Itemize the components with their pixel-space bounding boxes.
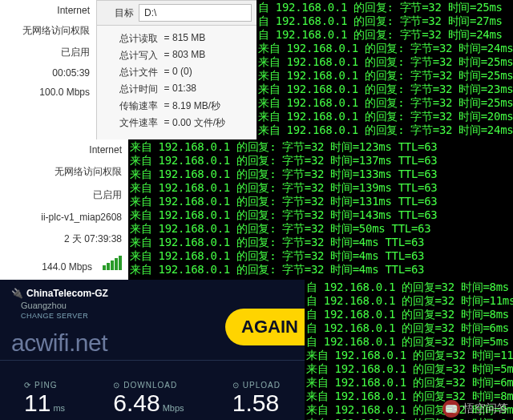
ping-value: 11 — [24, 390, 50, 416]
network-duration: 00:05:39 — [0, 67, 90, 79]
wifi-enabled: 已启用 — [0, 188, 122, 202]
section-3: 🔌ChinaTelecom-GZ Guangzhou CHANGE SERVER… — [0, 280, 513, 420]
xfer-rate-label: 传输速率 — [97, 99, 161, 113]
wifi-device: ii-plc-v1_miap2608 — [0, 212, 122, 223]
wukong-watermark: 悟空问答 — [442, 400, 508, 418]
network-enabled: 已启用 — [0, 46, 90, 59]
ping-terminal-3[interactable]: 自 192.168.0.1 的回复=32 时间=8ms自 192.168.0.1… — [305, 280, 513, 420]
upload-value: 1.58 — [232, 390, 279, 416]
total-time-label: 总计时间 — [97, 83, 161, 96]
total-write-label: 总计写入 — [97, 49, 161, 63]
ping-icon: ⟳ — [24, 381, 31, 390]
total-time-value: 01:38 — [172, 83, 196, 96]
file-rate-value: 0.00 文件/秒 — [172, 116, 225, 130]
wifi-status-panel: Internet 无网络访问权限 已启用 ii-plc-v1_miap2608 … — [0, 139, 128, 280]
file-rate-label: 文件速率 — [97, 116, 161, 130]
plug-icon: 🔌 — [11, 288, 23, 299]
speedtest-panel: 🔌ChinaTelecom-GZ Guangzhou CHANGE SERVER… — [0, 280, 305, 420]
network-speed: 100.0 Mbps — [0, 87, 90, 98]
download-label: DOWNLOAD — [123, 381, 177, 390]
network-status-panel: Internet 无网络访问权限 已启用 00:05:39 100.0 Mbps — [0, 0, 96, 139]
disk-copy-dialog: 目标 D:\ 总计读取=815 MB 总计写入=803 MB 总计文件=0 (0… — [96, 0, 256, 139]
download-value: 6.48 — [113, 390, 160, 416]
isp-name: 🔌ChinaTelecom-GZ — [11, 288, 293, 299]
ping-terminal-1[interactable]: 自 192.168.0.1 的回复: 字节=32 时间=25ms自 192.16… — [256, 0, 513, 139]
total-files-label: 总计文件 — [97, 66, 161, 79]
network-access: 无网络访问权限 — [0, 24, 90, 38]
section-1: Internet 无网络访问权限 已启用 00:05:39 100.0 Mbps… — [0, 0, 513, 139]
ping-terminal-2[interactable]: 来自 192.168.0.1 的回复: 字节=32 时间=123ms TTL=6… — [128, 139, 513, 280]
wifi-access: 无网络访问权限 — [0, 165, 122, 179]
network-name: Internet — [0, 5, 90, 16]
download-icon: ⊙ — [113, 381, 120, 390]
section-2: Internet 无网络访问权限 已启用 ii-plc-v1_miap2608 … — [0, 139, 513, 280]
xfer-rate-value: 8.19 MB/秒 — [172, 99, 220, 113]
total-files-value: 0 (0) — [172, 66, 192, 79]
again-button[interactable]: AGAIN — [225, 309, 305, 345]
ping-label: PING — [34, 381, 57, 390]
upload-icon: ⊙ — [232, 381, 240, 390]
divider — [0, 360, 305, 361]
target-path-input[interactable]: D:\ — [139, 4, 252, 22]
wifi-uptime: 2 天 07:39:38 — [0, 232, 122, 246]
total-read-value: 815 MB — [172, 32, 205, 46]
wifi-speed: 144.0 Mbps — [42, 261, 92, 273]
wifi-signal-icon — [102, 256, 122, 273]
total-write-value: 803 MB — [172, 49, 205, 63]
target-label: 目标 — [97, 3, 139, 23]
total-read-label: 总计读取 — [97, 32, 161, 46]
download-unit: Mbps — [163, 403, 184, 413]
wifi-name: Internet — [0, 144, 122, 155]
brand-watermark: acwifi.net — [11, 329, 107, 357]
upload-label: UPLOAD — [243, 381, 281, 390]
wukong-icon — [442, 400, 460, 418]
ping-unit: ms — [53, 403, 65, 413]
